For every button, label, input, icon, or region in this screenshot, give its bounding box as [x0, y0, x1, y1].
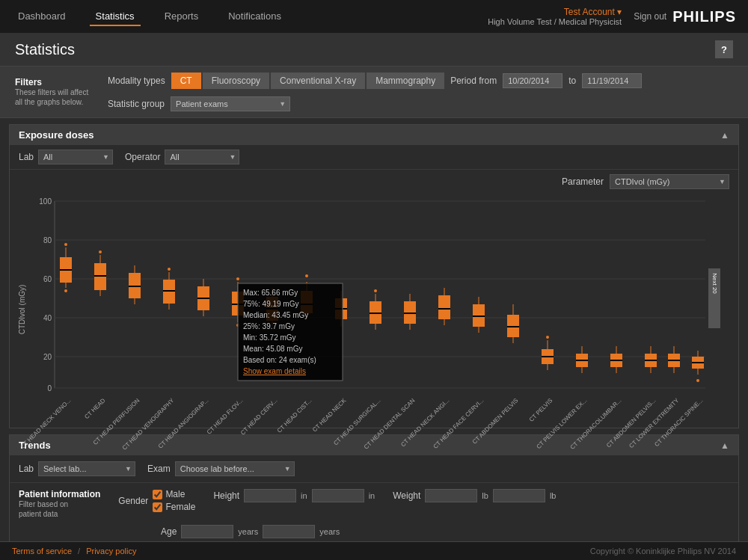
trends-lab-select[interactable]: Select lab... — [38, 461, 135, 476]
statistic-select[interactable]: Patient exams — [171, 96, 290, 111]
gender-checkboxes: Male Female — [153, 489, 195, 512]
operator-select[interactable]: All — [165, 150, 239, 164]
exposure-section-header[interactable]: Exposure doses ▲ — [10, 125, 738, 145]
modality-xray[interactable]: Conventional X-ray — [271, 73, 365, 89]
lab-label: Lab — [19, 152, 34, 162]
nav-reports[interactable]: Reports — [159, 7, 205, 26]
modality-ct[interactable]: CT — [171, 73, 201, 89]
parameter-select[interactable]: CTDIvol (mGy) — [610, 174, 729, 189]
nav-dashboard[interactable]: Dashboard — [12, 7, 72, 26]
height-input-from[interactable] — [244, 489, 296, 502]
filters-label: Filters These filters will affect all th… — [15, 77, 90, 107]
box-1[interactable]: CT HEAD NECK VENO... — [19, 243, 73, 450]
trends-exam-select-wrap: Choose lab before... — [175, 461, 295, 476]
svg-point-17 — [64, 243, 67, 246]
svg-text:Show exam details: Show exam details — [243, 367, 306, 375]
svg-text:CT HEAD CIST...: CT HEAD CIST... — [276, 397, 313, 434]
weight-unit-1: lb — [482, 491, 488, 500]
age-input-from[interactable] — [181, 525, 233, 538]
help-button[interactable]: ? — [715, 40, 733, 58]
height-unit-1: in — [301, 491, 307, 500]
height-label: Height — [213, 490, 239, 501]
trends-exam-label: Exam — [147, 464, 171, 474]
y-axis-label: CTDIvol (mGy) — [18, 285, 26, 335]
svg-text:Max: 65.66 mGy: Max: 65.66 mGy — [243, 289, 298, 297]
nav-notifications[interactable]: Notifications — [222, 7, 287, 26]
period-to-input[interactable] — [582, 73, 642, 88]
box-13[interactable]: CT HEAD FACE CERVI... — [432, 297, 485, 450]
svg-text:Min: 35.72 mGy: Min: 35.72 mGy — [243, 333, 296, 342]
svg-rect-123 — [238, 283, 343, 381]
lab-group: Lab All — [19, 150, 113, 164]
trends-lab-label: Lab — [19, 464, 34, 474]
trends-exam-select[interactable]: Choose lab before... — [175, 461, 295, 476]
exposure-collapse-arrow: ▲ — [720, 130, 729, 141]
male-label: Male — [165, 489, 185, 499]
signout-link[interactable]: Sign out — [634, 11, 666, 22]
lab-select-wrap: All — [38, 150, 113, 164]
nav-bar: Dashboard Statistics Reports Notificatio… — [12, 7, 287, 26]
signout-area: Sign out PHILIPS — [634, 8, 736, 25]
statistic-group: Statistic group Patient exams — [108, 96, 642, 111]
statistic-select-wrapper: Patient exams — [171, 96, 290, 111]
svg-text:40: 40 — [43, 314, 52, 322]
female-checkbox-row[interactable]: Female — [153, 502, 195, 512]
svg-point-18 — [64, 289, 67, 292]
statistic-label: Statistic group — [108, 99, 165, 109]
page-title: Statistics — [15, 41, 75, 58]
svg-text:Median: 43.45 mGy: Median: 43.45 mGy — [243, 311, 308, 319]
terms-link[interactable]: Terms of service — [12, 547, 72, 556]
exposure-section-title: Exposure doses — [19, 129, 94, 141]
period-from-input[interactable] — [503, 73, 562, 88]
next-20-button[interactable]: Next 20 — [708, 268, 720, 328]
weight-unit-2: lb — [550, 491, 557, 500]
weight-label: Weight — [393, 490, 420, 501]
svg-point-24 — [99, 250, 102, 253]
privacy-link[interactable]: Privacy policy — [86, 547, 136, 556]
svg-text:CT PELVIS: CT PELVIS — [528, 397, 554, 423]
height-unit-2: in — [369, 491, 375, 500]
modality-mammography[interactable]: Mammography — [367, 73, 444, 89]
height-input-to[interactable] — [312, 489, 364, 502]
age-input-to[interactable] — [263, 525, 315, 538]
svg-text:Based on: 24 exam(s): Based on: 24 exam(s) — [243, 356, 316, 364]
lab-select[interactable]: All — [38, 150, 113, 164]
modality-label: Modality types — [108, 76, 165, 86]
patient-info-title: Patient information — [19, 489, 100, 499]
svg-text:CT HEAD CERV...: CT HEAD CERV... — [239, 397, 278, 436]
svg-text:75%: 49.19 mGy: 75%: 49.19 mGy — [243, 300, 298, 308]
gender-group: Gender Male Female — [118, 489, 195, 512]
svg-point-95 — [546, 336, 549, 339]
svg-point-69 — [374, 289, 377, 292]
svg-text:Next 20: Next 20 — [711, 273, 718, 294]
modality-group: Modality types CT Fluoroscopy Convention… — [108, 73, 642, 89]
svg-text:100: 100 — [39, 197, 52, 206]
age-unit-1: years — [238, 527, 258, 536]
patient-info-row: Patient information Filter based on pati… — [10, 483, 738, 525]
account-name[interactable]: Test Account ▾ — [488, 7, 622, 17]
svg-text:CT HEAD FLOV...: CT HEAD FLOV... — [206, 397, 245, 436]
filters-sublabel: These filters will affect all the graphs… — [15, 87, 90, 107]
footer-links: Terms of service / Privacy policy — [12, 547, 136, 556]
chart-container: CTDIvol (mGy) 100 80 60 40 20 0 — [10, 194, 738, 428]
weight-input-from[interactable] — [425, 489, 477, 502]
nav-statistics[interactable]: Statistics — [90, 7, 141, 26]
modality-fluoroscopy[interactable]: Fluoroscopy — [203, 73, 269, 89]
footer-separator: / — [78, 547, 80, 556]
tooltip-overlay: Max: 65.66 mGy 75%: 49.19 mGy Median: 43… — [238, 283, 343, 381]
weight-input-to[interactable] — [493, 489, 545, 502]
svg-point-35 — [168, 268, 171, 271]
box-5[interactable]: CT HEAD ANGIOGRAP... — [157, 279, 210, 450]
female-checkbox[interactable] — [153, 502, 162, 512]
box-15[interactable]: CT PELVIS — [528, 336, 554, 423]
age-unit-2: years — [319, 527, 340, 536]
philips-logo: PHILIPS — [672, 8, 736, 25]
male-checkbox[interactable] — [153, 490, 162, 499]
svg-point-121 — [696, 379, 699, 382]
box-2[interactable]: CT HEAD — [83, 250, 106, 420]
trends-lab-select-wrap: Select lab... — [38, 461, 135, 476]
male-checkbox-row[interactable]: Male — [153, 489, 195, 499]
box-3[interactable]: CT HEAD PERFUSION — [92, 265, 141, 446]
svg-point-58 — [305, 274, 308, 277]
parameter-label: Parameter — [562, 176, 604, 187]
